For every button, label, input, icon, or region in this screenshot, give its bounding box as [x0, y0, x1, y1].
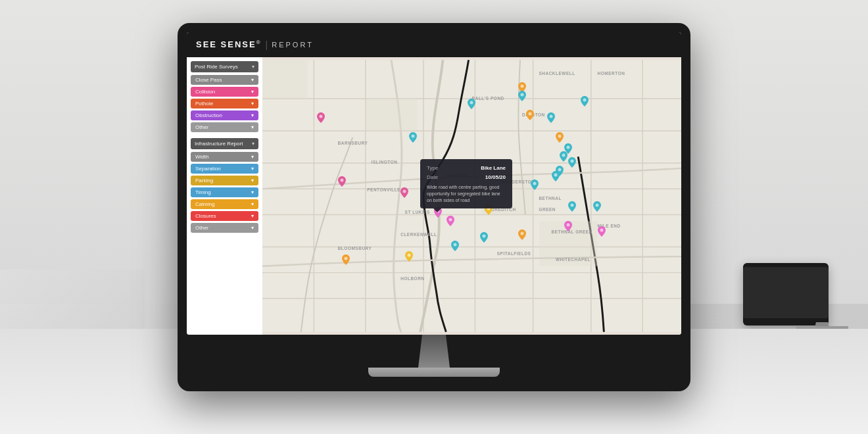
- report-label: REPORT: [272, 41, 314, 49]
- pin-orange-lower[interactable]: [518, 229, 526, 240]
- map-label-holborn: HOLBORN: [400, 276, 424, 281]
- infrastructure-report-label: Infrastructure Report: [195, 141, 243, 147]
- svg-point-34: [340, 179, 343, 182]
- map-label-clerkenwell: CLERKENWELL: [400, 232, 437, 237]
- pin-magenta-far-right[interactable]: [598, 226, 606, 237]
- tooltip-date-value: 10/05/20: [485, 174, 506, 181]
- collision-chevron-icon: ▾: [251, 89, 254, 95]
- map-area[interactable]: SHACKLEWELL HOMERTON BALL'S POND DALSTON…: [262, 57, 681, 335]
- svg-point-27: [558, 134, 561, 137]
- tooltip-type-value: Bike Lane: [481, 164, 506, 172]
- svg-point-24: [529, 112, 532, 116]
- tooltip-date-row: Date 10/05/20: [427, 174, 506, 181]
- map-tooltip: Type Bike Lane Date 10/05/20 Wide road w…: [420, 159, 512, 208]
- header-separator: |: [266, 39, 268, 50]
- pin-teal-4[interactable]: [581, 96, 589, 107]
- map-label-bethnal-green-2: GREEN: [539, 207, 556, 212]
- pin-orange-2[interactable]: [526, 110, 534, 120]
- svg-point-48: [533, 181, 536, 185]
- filter-other-infra[interactable]: Other ▾: [191, 223, 258, 233]
- collision-label: Collision: [195, 89, 215, 95]
- monitor-neck: [414, 335, 454, 368]
- filter-collision[interactable]: Collision ▾: [191, 87, 258, 97]
- monitor-frame: SEE SENSE® | REPORT Post Ride Surveys ▾ …: [178, 23, 690, 391]
- filter-width[interactable]: Width ▾: [191, 152, 258, 162]
- infrastructure-report-header[interactable]: Infrastructure Report ▾: [191, 138, 258, 149]
- parking-label: Parking: [195, 178, 213, 183]
- calming-label: Calming: [195, 201, 214, 207]
- other-survey-chevron-icon: ▾: [251, 124, 254, 130]
- app-body: Post Ride Surveys ▾ Close Pass ▾ Collisi…: [187, 57, 681, 335]
- svg-point-30: [571, 159, 574, 162]
- map-label-bethnal-green-3: BETHNAL GREEN: [552, 229, 592, 234]
- parking-chevron-icon: ▾: [251, 178, 254, 183]
- filter-close-pass[interactable]: Close Pass ▾: [191, 75, 258, 85]
- svg-point-37: [449, 218, 452, 221]
- svg-point-39: [483, 234, 486, 237]
- pin-teal-cluster-3[interactable]: [568, 157, 576, 168]
- post-ride-surveys-header[interactable]: Post Ride Surveys ▾: [191, 61, 258, 72]
- tooltip-description: Wide road with centre parting, good oppo…: [427, 184, 506, 203]
- filter-pothole[interactable]: Pothole ▾: [191, 99, 258, 108]
- monitor-screen: SEE SENSE® | REPORT Post Ride Surveys ▾ …: [187, 32, 681, 335]
- pin-teal-2[interactable]: [468, 99, 475, 109]
- calming-chevron-icon: ▾: [251, 201, 254, 207]
- timing-chevron-icon: ▾: [251, 189, 254, 195]
- pin-magenta-right[interactable]: [564, 221, 572, 231]
- svg-rect-17: [366, 99, 417, 131]
- timing-label: Timing: [195, 189, 211, 195]
- tooltip-type-row: Type Bike Lane: [427, 164, 506, 172]
- pin-teal-right-1[interactable]: [568, 201, 576, 212]
- pin-teal-far-right[interactable]: [593, 201, 601, 212]
- pin-teal-cluster-5[interactable]: [552, 171, 560, 181]
- filter-calming[interactable]: Calming ▾: [191, 199, 258, 209]
- brand-logo: SEE SENSE®: [196, 39, 262, 49]
- map-label-spitalfields: SPITALFIELDS: [497, 251, 531, 256]
- pin-teal-3[interactable]: [518, 91, 526, 101]
- pin-pink-1[interactable]: [317, 112, 325, 123]
- pin-orange-bl[interactable]: [342, 254, 350, 265]
- svg-point-29: [562, 154, 566, 157]
- post-ride-chevron-icon: ▾: [252, 64, 254, 70]
- svg-rect-16: [262, 60, 308, 99]
- svg-point-40: [520, 231, 523, 235]
- monitor-base: [368, 368, 500, 377]
- width-label: Width: [195, 154, 208, 160]
- map-label-bethnal-green-1: BETHNAL: [539, 196, 562, 201]
- sidebar: Post Ride Surveys ▾ Close Pass ▾ Collisi…: [187, 57, 262, 335]
- map-label-balls-pond: BALL'S POND: [472, 96, 504, 101]
- filter-timing[interactable]: Timing ▾: [191, 187, 258, 197]
- svg-point-43: [345, 256, 348, 260]
- filter-closures[interactable]: Closures ▾: [191, 211, 258, 221]
- pin-teal-lower-1[interactable]: [480, 232, 488, 243]
- pin-yellow-lower[interactable]: [405, 251, 413, 262]
- filter-obstruction[interactable]: Obstruction ▾: [191, 110, 258, 120]
- svg-point-28: [566, 145, 569, 149]
- separation-chevron-icon: ▾: [251, 166, 254, 172]
- filter-other-survey[interactable]: Other ▾: [191, 122, 258, 132]
- app-header: SEE SENSE® | REPORT: [187, 32, 681, 57]
- pin-orange-3[interactable]: [556, 132, 564, 143]
- other-survey-label: Other: [195, 124, 208, 130]
- brand-name: SEE SENSE: [196, 40, 256, 50]
- pin-teal-46[interactable]: [531, 180, 539, 190]
- filter-parking[interactable]: Parking ▾: [191, 176, 258, 185]
- svg-point-42: [407, 254, 410, 257]
- pin-teal-lower-2[interactable]: [451, 241, 459, 251]
- filter-separation[interactable]: Separation ▾: [191, 164, 258, 174]
- svg-point-33: [319, 115, 322, 118]
- pin-teal-5[interactable]: [547, 112, 555, 123]
- pin-pink-3[interactable]: [400, 187, 408, 198]
- other-infra-chevron-icon: ▾: [251, 225, 254, 231]
- tooltip-date-label: Date: [427, 174, 438, 181]
- svg-point-41: [453, 243, 456, 246]
- pin-teal-1[interactable]: [409, 132, 417, 143]
- pin-teal-cluster-2[interactable]: [560, 151, 567, 162]
- separation-label: Separation: [195, 166, 221, 172]
- monitor: SEE SENSE® | REPORT Post Ride Surveys ▾ …: [178, 23, 690, 391]
- map-label-stlukes: ST LUKE'S: [405, 210, 430, 214]
- pin-magenta-2[interactable]: [446, 216, 454, 226]
- pin-pink-2[interactable]: [338, 176, 346, 187]
- svg-point-23: [520, 93, 523, 96]
- svg-point-35: [403, 190, 406, 193]
